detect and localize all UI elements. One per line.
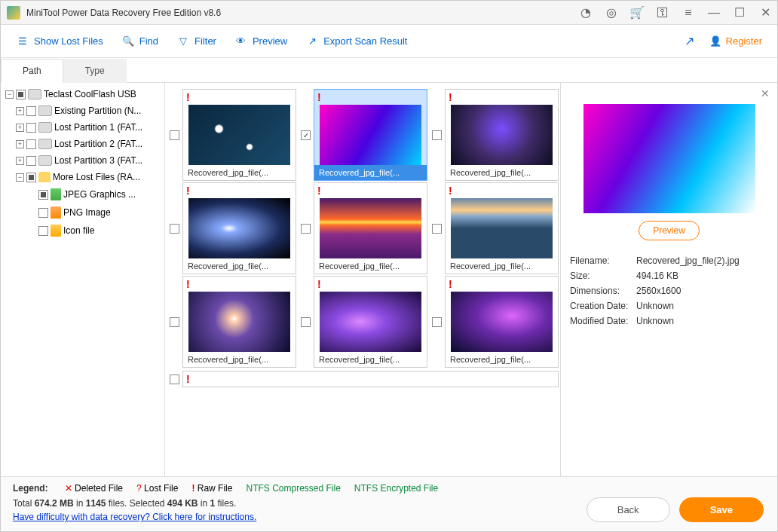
file-checkbox[interactable] <box>301 317 311 327</box>
drive-icon <box>38 105 52 116</box>
export-button[interactable]: ↗Export Scan Result <box>305 35 407 48</box>
footer: Legend: ✕ Deleted File ? Lost File ! Raw… <box>1 476 777 531</box>
checkbox[interactable] <box>38 226 48 236</box>
modified-date-value: Unknown <box>636 316 674 326</box>
raw-icon: ! <box>191 483 194 494</box>
expand-icon[interactable]: + <box>16 157 24 165</box>
file-grid[interactable]: !Recovered_jpg_file(...!Recovered_jpg_fi… <box>165 83 560 476</box>
tree-item[interactable]: +Lost Partition 3 (FAT... <box>2 152 163 169</box>
creation-date-value: Unknown <box>636 301 674 311</box>
file-item[interactable]: !Recovered_jpg_file(... <box>430 182 560 274</box>
search-icon: 🔍 <box>121 35 135 48</box>
file-checkbox[interactable] <box>301 224 311 234</box>
thumbnail-image <box>446 105 558 165</box>
file-checkbox[interactable] <box>170 317 179 327</box>
file-item[interactable]: !Recovered_jpg_file(... <box>168 89 298 181</box>
preview-panel: ✕ Preview Filename:Recovered_jpg_file(2)… <box>560 83 777 476</box>
file-checkbox[interactable] <box>170 130 179 140</box>
file-item[interactable]: !Recovered_jpg_file(... <box>299 182 429 274</box>
file-checkbox[interactable] <box>170 375 179 384</box>
file-item[interactable]: !Recovered_jpg_file(... <box>168 182 298 274</box>
menu-icon[interactable]: ≡ <box>682 7 694 19</box>
checkbox[interactable] <box>16 90 26 99</box>
update-icon[interactable]: ◔ <box>580 7 592 19</box>
user-icon: 👤 <box>709 35 721 47</box>
close-icon[interactable]: ✕ <box>759 7 771 19</box>
file-item[interactable]: !Recovered_jpg_file(... <box>430 276 560 368</box>
feedback-icon[interactable]: ◎ <box>605 7 617 19</box>
file-name: Recovered_jpg_file(... <box>446 165 558 180</box>
preview-button[interactable]: 👁Preview <box>234 35 287 48</box>
legend: Legend: ✕ Deleted File ? Lost File ! Raw… <box>13 483 765 494</box>
tree-item[interactable]: +Lost Partition 2 (FAT... <box>2 136 163 152</box>
preview-open-button[interactable]: Preview <box>639 221 700 240</box>
file-item[interactable]: !Recovered_jpg_file(... <box>168 276 298 368</box>
filename-value: Recovered_jpg_file(2).jpg <box>636 255 740 266</box>
thumbnail-image <box>314 292 427 352</box>
drive-icon <box>28 89 41 99</box>
icon-file-icon <box>51 225 61 237</box>
checkbox[interactable] <box>26 156 36 166</box>
checkbox[interactable] <box>26 106 36 116</box>
lost-icon: ? <box>136 483 142 494</box>
file-checkbox[interactable] <box>170 224 179 234</box>
thumbnail-image <box>314 198 427 258</box>
find-button[interactable]: 🔍Find <box>121 35 158 48</box>
show-lost-files-button[interactable]: ☰Show Lost Files <box>16 35 103 48</box>
filter-icon: ▽ <box>176 35 190 48</box>
tree-root[interactable]: − Teclast CoolFlash USB <box>2 86 163 102</box>
checkbox[interactable] <box>26 173 36 182</box>
raw-file-icon: ! <box>183 183 296 198</box>
collapse-icon[interactable]: − <box>16 173 24 182</box>
dimensions-label: Dimensions: <box>570 286 636 296</box>
png-icon <box>51 206 61 219</box>
close-preview-icon[interactable]: ✕ <box>761 87 770 99</box>
maximize-icon[interactable]: ☐ <box>734 7 746 19</box>
drive-icon <box>38 139 52 149</box>
drive-icon <box>38 155 52 166</box>
register-button[interactable]: 👤Register <box>709 35 762 47</box>
checkbox[interactable] <box>38 190 48 200</box>
file-checkbox[interactable] <box>301 130 311 140</box>
key-icon[interactable]: ⚿ <box>657 7 669 19</box>
file-name: Recovered_jpg_file(... <box>314 258 427 274</box>
file-name: Recovered_jpg_file(... <box>446 352 558 367</box>
preview-image <box>584 104 755 213</box>
file-checkbox[interactable] <box>432 130 442 140</box>
file-checkbox[interactable] <box>432 317 442 327</box>
tree-subitem[interactable]: JPEG Graphics ... <box>2 185 163 203</box>
tree-item[interactable]: +Existing Partition (N... <box>2 102 163 119</box>
share-icon[interactable]: ↗ <box>684 35 696 47</box>
help-link[interactable]: Have difficulty with data recovery? Clic… <box>13 512 256 522</box>
raw-file-icon: ! <box>446 183 558 198</box>
tree-item[interactable]: −More Lost Files (RA... <box>2 169 163 185</box>
tab-type[interactable]: Type <box>63 59 127 83</box>
raw-file-icon: ! <box>314 90 427 105</box>
minimize-icon[interactable]: — <box>708 7 720 19</box>
back-button[interactable]: Back <box>587 497 670 522</box>
sidebar-tree[interactable]: − Teclast CoolFlash USB +Existing Partit… <box>1 83 165 476</box>
thumbnail-image <box>183 198 296 258</box>
file-item[interactable]: !Recovered_jpg_file(... <box>299 276 429 368</box>
checkbox[interactable] <box>26 139 36 149</box>
creation-date-label: Creation Date: <box>570 301 636 311</box>
folder-icon <box>38 172 51 182</box>
collapse-icon[interactable]: − <box>5 90 14 99</box>
tree-subitem[interactable]: PNG Image <box>2 203 163 222</box>
cart-icon[interactable]: 🛒 <box>631 7 643 19</box>
save-button[interactable]: Save <box>679 497 764 522</box>
expand-icon[interactable]: + <box>16 107 24 115</box>
tab-path[interactable]: Path <box>1 59 63 83</box>
file-item[interactable]: !Recovered_jpg_file(... <box>430 89 560 181</box>
file-checkbox[interactable] <box>432 224 442 234</box>
tree-item[interactable]: +Lost Partition 1 (FAT... <box>2 119 163 136</box>
tree-subitem[interactable]: Icon file <box>2 222 163 240</box>
expand-icon[interactable]: + <box>16 124 24 132</box>
file-name: Recovered_jpg_file(... <box>446 258 558 274</box>
checkbox[interactable] <box>38 208 48 218</box>
filter-button[interactable]: ▽Filter <box>176 35 216 48</box>
thumbnail-image <box>314 105 427 165</box>
expand-icon[interactable]: + <box>16 140 24 148</box>
file-item[interactable]: !Recovered_jpg_file(... <box>299 89 429 181</box>
checkbox[interactable] <box>26 123 36 133</box>
